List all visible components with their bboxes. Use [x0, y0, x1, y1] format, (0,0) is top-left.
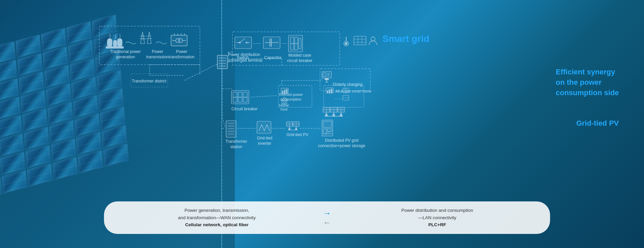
- arrow-right-blue: →: [323, 209, 331, 217]
- grid-tied-pv-heading: Grid-tied PV: [576, 119, 619, 128]
- circuit-breaker-label: Circuit breaker: [231, 107, 258, 111]
- bottom-right-bold: PLC+RF: [341, 221, 533, 229]
- traditional-power-section: Traditional power generation Powertransm…: [99, 26, 200, 65]
- transformer-station-label: Transformerstation: [225, 139, 247, 149]
- home-host-label: Homehost: [279, 103, 289, 111]
- grid-tied-inverter-label: Grid-tiedinverter: [257, 136, 272, 146]
- bottom-left-bold: Cellular network, optical fiber: [121, 221, 313, 229]
- switch-label: Switch: [237, 55, 249, 60]
- bottom-left-text1: Power generation, transmission,: [121, 207, 313, 214]
- distributed-pv-label: Distributed PV gridconnection+power stor…: [318, 138, 365, 148]
- bottom-right-section: Power distribution and consumption —LAN …: [341, 207, 533, 229]
- capacitor-label: Capacitor: [264, 55, 281, 60]
- traditional-power-gen: Traditional power generation: [105, 49, 146, 60]
- orderly-charging-label: Orderly charging: [333, 82, 363, 87]
- power-transmission: Powertransmission: [146, 49, 169, 60]
- bottom-left-text2: and transformation—WAN connectivity: [121, 214, 313, 222]
- smart-grid-label: Smart grid: [382, 34, 429, 44]
- mccb-label: Molded casecircuit breaker: [287, 53, 312, 63]
- bottom-right-text2: —LAN connectivity: [341, 214, 533, 222]
- transformer-district-label: Transformer district: [132, 79, 166, 83]
- bottom-right-text1: Power distribution and consumption: [341, 207, 533, 214]
- bottom-arrows: → ←: [323, 209, 331, 227]
- grid-tied-pv-label: Grid-tied PV: [286, 132, 308, 137]
- refined-power-label: Refined powerconsumption: [279, 92, 303, 102]
- all-in-one-label: All-in-one smart home: [335, 89, 372, 94]
- power-transformation: Powertransformation: [169, 49, 195, 60]
- bottom-left-section: Power generation, transmission, and tran…: [121, 207, 313, 229]
- arrow-left-gray: ←: [323, 219, 331, 227]
- bottom-info-bar: Power generation, transmission, and tran…: [104, 201, 550, 234]
- efficient-synergy-label: Efficient synergy on the power consumpti…: [556, 67, 619, 98]
